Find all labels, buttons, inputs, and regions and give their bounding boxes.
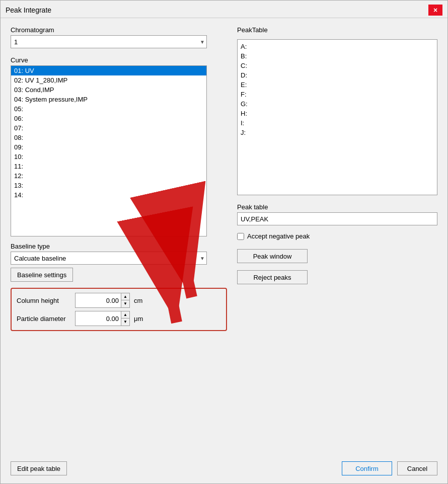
peak-table-label: Peak table <box>237 203 437 211</box>
reject-peaks-button[interactable]: Reject peaks <box>237 270 308 284</box>
peak-table-input[interactable] <box>237 212 437 225</box>
accept-negative-peak-label: Accept negative peak <box>247 232 310 240</box>
accept-negative-peak-checkbox[interactable] <box>237 233 244 240</box>
curve-section: Curve 01: UV02: UV 1_280,IMP03: Cond,IMP… <box>11 56 227 236</box>
footer: Edit peak table Confirm Cancel <box>1 455 447 483</box>
curve-listbox[interactable]: 01: UV02: UV 1_280,IMP03: Cond,IMP04: Sy… <box>11 65 207 236</box>
column-height-unit: cm <box>134 297 142 304</box>
left-panel: Chromatogram 1 ▼ Curve 01: UV02: UV 1_28… <box>11 26 227 447</box>
peak-window-section: Peak window <box>237 249 437 263</box>
peak-table-listbox-item[interactable]: E: <box>241 80 434 90</box>
particle-diameter-up[interactable]: ▲ <box>121 311 129 318</box>
peak-table-listbox-item[interactable]: J: <box>241 128 434 137</box>
column-height-spinner-buttons: ▲ ▼ <box>121 293 129 307</box>
peak-table-listbox[interactable]: A:B:C:D:E:F:G:H:I:J: <box>237 39 437 195</box>
dialog-title: Peak Integrate <box>6 6 51 14</box>
column-height-down[interactable]: ▼ <box>121 300 129 307</box>
right-panel: PeakTable A:B:C:D:E:F:G:H:I:J: Peak tabl… <box>237 26 437 447</box>
curve-listbox-item[interactable]: 05: <box>11 104 206 114</box>
peak-table-listbox-item[interactable]: H: <box>241 109 434 118</box>
confirm-button[interactable]: Confirm <box>342 461 392 475</box>
cancel-button[interactable]: Cancel <box>397 461 437 475</box>
baseline-dropdown[interactable]: Calcuate baseline <box>11 252 207 265</box>
curve-listbox-item[interactable]: 08: <box>11 133 206 142</box>
particle-diameter-down[interactable]: ▼ <box>121 318 129 326</box>
particle-diameter-spinner-buttons: ▲ ▼ <box>121 311 129 326</box>
curve-listbox-item[interactable]: 12: <box>11 171 206 181</box>
column-height-input[interactable] <box>76 293 121 307</box>
peak-table-listbox-item[interactable]: F: <box>241 90 434 99</box>
particle-diameter-spinner: ▲ ▼ <box>75 311 130 326</box>
curve-listbox-item[interactable]: 13: <box>11 181 206 190</box>
curve-listbox-item[interactable]: 04: System pressure,IMP <box>11 95 206 104</box>
peak-table-listbox-item[interactable]: G: <box>241 99 434 109</box>
column-height-label: Column height <box>17 297 72 304</box>
curve-listbox-item[interactable]: 06: <box>11 114 206 123</box>
title-bar: Peak Integrate × <box>1 1 447 18</box>
curve-listbox-item[interactable]: 03: Cond,IMP <box>11 85 206 95</box>
particle-diameter-input[interactable] <box>76 311 121 326</box>
peak-table-listbox-item[interactable]: D: <box>241 70 434 80</box>
curve-listbox-item[interactable]: 11: <box>11 162 206 171</box>
curve-listbox-item[interactable]: 02: UV 1_280,IMP <box>11 75 206 85</box>
column-height-spinner: ▲ ▼ <box>75 293 130 308</box>
baseline-type-label: Baseline type <box>11 243 227 250</box>
reject-peaks-section: Reject peaks <box>237 270 437 284</box>
peak-table-section-label: PeakTable <box>237 26 437 34</box>
chromatogram-dropdown[interactable]: 1 <box>11 35 207 48</box>
content-area: Chromatogram 1 ▼ Curve 01: UV02: UV 1_28… <box>1 18 447 455</box>
chromatogram-label: Chromatogram <box>11 26 227 34</box>
accept-negative-peak-row: Accept negative peak <box>237 232 437 240</box>
baseline-section: Baseline type Calcuate baseline ▼ Baseli… <box>11 243 227 282</box>
curve-listbox-item[interactable]: 10: <box>11 152 206 162</box>
curve-listbox-item[interactable]: 14: <box>11 190 206 200</box>
peak-table-listbox-item[interactable]: A: <box>241 42 434 51</box>
curve-label: Curve <box>11 56 227 64</box>
footer-right: Confirm Cancel <box>342 461 437 475</box>
edit-peak-table-button[interactable]: Edit peak table <box>11 461 67 475</box>
particle-diameter-unit: μm <box>134 315 143 322</box>
peak-table-listbox-item[interactable]: C: <box>241 61 434 70</box>
baseline-dropdown-wrapper: Calcuate baseline ▼ <box>11 252 207 265</box>
chromatogram-dropdown-wrapper: 1 ▼ <box>11 35 207 48</box>
peak-table-listbox-item[interactable]: B: <box>241 51 434 61</box>
close-button[interactable]: × <box>428 5 442 16</box>
curve-listbox-item[interactable]: 07: <box>11 123 206 133</box>
peak-window-button[interactable]: Peak window <box>237 249 308 263</box>
column-height-up[interactable]: ▲ <box>121 293 129 300</box>
footer-left: Edit peak table <box>11 461 67 475</box>
chromatogram-section: Chromatogram 1 ▼ <box>11 26 227 48</box>
curve-listbox-item[interactable]: 09: <box>11 142 206 152</box>
particle-diameter-row: Particle diameter ▲ ▼ μm <box>17 311 221 326</box>
column-particle-box: Column height ▲ ▼ cm Particle diameter <box>11 288 227 331</box>
column-height-row: Column height ▲ ▼ cm <box>17 293 221 308</box>
peak-table-listbox-item[interactable]: I: <box>241 118 434 128</box>
dialog: Peak Integrate × Chromatogram 1 ▼ Curve … <box>0 0 448 484</box>
curve-listbox-item[interactable]: 01: UV <box>11 66 206 75</box>
particle-diameter-label: Particle diameter <box>17 315 72 322</box>
baseline-settings-button[interactable]: Baseline settings <box>11 268 73 282</box>
peak-table-input-section: Peak table <box>237 203 437 225</box>
